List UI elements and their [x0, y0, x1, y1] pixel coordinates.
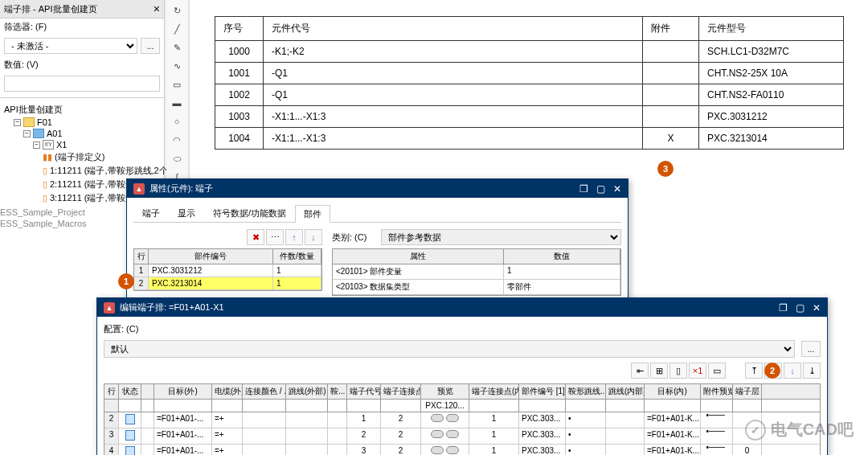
tree-node-f01[interactable]: − F01: [4, 117, 160, 128]
page-icon: [125, 446, 135, 455]
page-icon: [125, 414, 135, 424]
tree-node-terminal-1[interactable]: ▯ 1:11211 (端子,带鞍形跳线,2个连接: [4, 164, 160, 178]
filter-label: 筛选器: (F): [4, 21, 47, 33]
saddle-icon: [446, 430, 459, 438]
dialog-titlebar[interactable]: ▲ 编辑端子排: =F01+A01-X1 ❐ ▢ ✕: [97, 298, 827, 317]
grid-row[interactable]: 2 =F01+A01-... =+ 1 2 1 PXC.303... • =F0…: [104, 412, 820, 428]
maximize-icon[interactable]: ▢: [596, 183, 605, 195]
terminal-icon: ▮▮: [43, 152, 52, 162]
grid-row[interactable]: 1 PXC.3031212 1: [134, 264, 321, 277]
value-label: 数值: (V): [4, 59, 39, 71]
tree-root[interactable]: API批量创建页: [4, 103, 160, 117]
header-model: 元件型号: [699, 17, 844, 41]
pencil-icon[interactable]: ✎: [168, 39, 186, 56]
annotation-badge-3: 3: [657, 161, 674, 177]
dialog-tabs: 端子 显示 符号数据/功能数据 部件: [133, 204, 621, 223]
tree-node-x1-def[interactable]: ▮▮ (端子排定义): [4, 150, 160, 164]
category-select[interactable]: 部件参考数据: [381, 229, 621, 245]
tool-button[interactable]: ×1: [689, 363, 706, 379]
alert-icon: ▲: [133, 183, 145, 195]
tab-parts[interactable]: 部件: [295, 205, 330, 223]
tool-button[interactable]: ▯: [669, 363, 687, 379]
value-input[interactable]: [4, 76, 160, 92]
close-icon[interactable]: ✕: [813, 302, 821, 314]
category-label: 类别: (C): [332, 232, 376, 244]
rectangle-icon[interactable]: ▭: [168, 76, 186, 93]
line-tool-icon[interactable]: ╱: [168, 20, 186, 38]
edit-terminal-strip-dialog: ▲ 编辑端子排: =F01+A01-X1 ❐ ▢ ✕ 配置: (C) 默认 ..…: [96, 297, 828, 455]
grid-row-selected[interactable]: 2 PXC.3213014 1: [134, 277, 321, 290]
filter-more-button[interactable]: ...: [141, 38, 160, 54]
watermark: ✓ 电气CAD吧: [745, 419, 854, 441]
accessory-icon: [709, 415, 725, 421]
grid-row[interactable]: <20103> 数据集类型 零部件: [333, 280, 620, 295]
tab-symbol[interactable]: 符号数据/功能数据: [204, 204, 295, 222]
component-table: 序号 元件代号 附件 元件型号 1000-K1;-K2SCH.LC1-D32M7…: [215, 16, 844, 150]
grid-row[interactable]: <20101> 部件变量 1: [333, 264, 620, 280]
restore-icon[interactable]: ❐: [579, 183, 588, 195]
table-row: 1001-Q1CHT.NS2-25X 10A: [215, 63, 844, 84]
filled-rect-icon[interactable]: ▬: [168, 94, 186, 112]
tab-terminal[interactable]: 端子: [133, 204, 169, 222]
move-up-button[interactable]: ↑: [285, 229, 303, 245]
dialog-titlebar[interactable]: ▲ 属性(元件): 端子 ❐ ▢ ✕: [127, 179, 628, 198]
tool-button[interactable]: ▭: [708, 363, 726, 379]
ellipse-icon[interactable]: ⬭: [168, 150, 186, 167]
saddle-icon: [446, 446, 459, 454]
tab-display[interactable]: 显示: [169, 204, 204, 222]
folder-icon: [23, 117, 35, 127]
filter-select[interactable]: - 未激活 -: [4, 38, 137, 54]
restore-icon[interactable]: ❐: [779, 302, 788, 314]
table-row: 1002-Q1CHT.NS2-FA0110: [215, 84, 844, 106]
table-row: 1000-K1;-K2SCH.LC1-D32M7C: [215, 41, 844, 63]
collapse-icon[interactable]: −: [33, 141, 40, 149]
box-icon: [33, 129, 44, 138]
config-label: 配置: (C): [104, 323, 138, 335]
collapse-icon[interactable]: −: [14, 119, 21, 126]
saddle-icon: [431, 414, 444, 422]
config-select[interactable]: 默认: [104, 340, 795, 358]
tree-node-a01[interactable]: − A01: [4, 128, 160, 139]
close-icon[interactable]: ×: [154, 2, 160, 15]
terminal-icon: ▯: [43, 166, 47, 176]
dialog-title-text: 编辑端子排: =F01+A01-X1: [120, 301, 224, 314]
saddle-icon: [446, 414, 459, 422]
accessory-icon: [709, 431, 725, 437]
header-att: 附件: [643, 17, 699, 41]
header-code: 元件代号: [264, 17, 643, 41]
move-down-button[interactable]: ↓: [305, 229, 322, 245]
polyline-icon[interactable]: ∿: [168, 57, 186, 75]
wechat-icon: ✓: [745, 420, 766, 441]
delete-button[interactable]: ✖: [247, 229, 264, 245]
properties-dialog: ▲ 属性(元件): 端子 ❐ ▢ ✕ 端子 显示 符号数据/功能数据 部件 ✖ …: [126, 178, 628, 303]
maximize-icon[interactable]: ▢: [796, 302, 805, 314]
first-button[interactable]: ⤒: [745, 363, 763, 379]
navigator-title-bar: 端子排 - API批量创建页 ×: [0, 0, 164, 18]
parts-grid[interactable]: 行 部件编号 件数/数量 1 PXC.3031212 1 2 PXC.32130…: [133, 248, 322, 291]
refresh-icon[interactable]: ↻: [168, 2, 186, 19]
tool-button[interactable]: ⊞: [650, 363, 668, 379]
close-icon[interactable]: ✕: [613, 183, 621, 195]
grid-row[interactable]: 3 =F01+A01-... =+ 2 2 1 PXC.303... • =F0…: [104, 428, 820, 445]
collapse-icon[interactable]: −: [23, 130, 31, 137]
tree-node-x1[interactable]: − XY X1: [4, 139, 160, 150]
dialog-title-text: 属性(元件): 端子: [149, 182, 213, 195]
annotation-badge-2: 2: [764, 363, 780, 379]
arc-icon[interactable]: ◠: [168, 131, 186, 149]
alert-icon: ▲: [104, 302, 115, 314]
properties-grid[interactable]: 属性 数值 <20101> 部件变量 1 <20103> 数据集类型 零部件: [332, 248, 621, 296]
last-button[interactable]: ⤓: [803, 363, 821, 379]
navigator-title: 端子排 - API批量创建页: [4, 3, 97, 15]
circle-icon[interactable]: ○: [168, 113, 186, 130]
tool-button[interactable]: ⇤: [631, 363, 649, 379]
accessory-icon: [709, 447, 725, 453]
grid-row[interactable]: 4 =F01+A01-... =+ 3 2 1 PXC.303... • =F0…: [104, 445, 820, 455]
config-more-button[interactable]: ...: [801, 341, 821, 357]
terminal-icon: ▯: [43, 193, 47, 203]
move-down-button[interactable]: ↓: [784, 363, 801, 379]
extra-button[interactable]: ⋯: [266, 229, 284, 245]
table-row: 1003-X1:1...-X1:3PXC.3031212: [215, 106, 844, 128]
terminal-strip-icon: XY: [43, 140, 54, 150]
table-row: 1004-X1:1...-X1:3XPXC.3213014: [215, 128, 844, 150]
terminal-grid[interactable]: 行 状态 目标(外) 电缆(外) 连接颜色 / ... 跳线(外部) 鞍... …: [104, 383, 821, 455]
